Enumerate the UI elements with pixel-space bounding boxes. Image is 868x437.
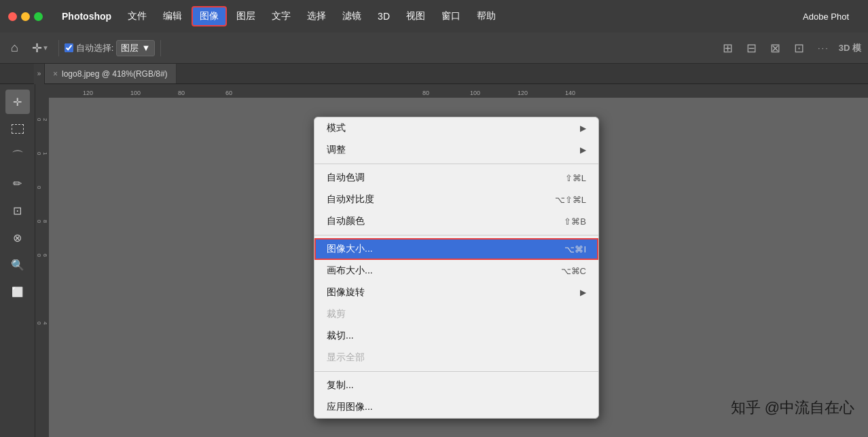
menu-text[interactable]: 文字 (265, 7, 297, 25)
menu-item-duplicate[interactable]: 复制... (314, 375, 598, 396)
align-btn-1[interactable]: ⊞ (719, 38, 737, 58)
adjust-arrow-icon: ▶ (580, 145, 586, 155)
ruler-tick-100: 100 (130, 90, 141, 96)
transform-tool[interactable]: ⊗ (5, 225, 30, 250)
canvas-size-label: 画布大小... (327, 265, 373, 277)
toolbar-divider-1 (58, 40, 59, 56)
title-area: Adobe Phot (505, 12, 860, 22)
menu-item-adjust[interactable]: 调整 ▶ (314, 139, 598, 161)
crop-tool[interactable]: ⊡ (5, 198, 30, 223)
minimize-button[interactable] (21, 12, 30, 21)
app-name: Photoshop (62, 11, 111, 22)
ruler-tick-80: 80 (178, 90, 185, 96)
menu-filter[interactable]: 滤镜 (336, 7, 368, 25)
auto-color-shortcut: ⇧⌘B (564, 216, 586, 227)
image-size-label: 图像大小... (327, 243, 373, 255)
menu-item-canvas-size[interactable]: 画布大小... ⌥⌘C (314, 260, 598, 282)
layer-select-arrow: ▼ (141, 43, 150, 53)
align-btn-4[interactable]: ⊡ (790, 38, 808, 58)
canvas-size-shortcut: ⌥⌘C (561, 266, 586, 276)
image-menu-dropdown[interactable]: 模式 ▶ 调整 ▶ 自动色调 ⇧⌘L 自动对比度 ⌥⇧⌘L 自动颜色 (314, 117, 599, 419)
ruler-tick-120r: 120 (518, 90, 528, 96)
eraser-tool[interactable]: ⬜ (5, 280, 30, 304)
mode-arrow-icon: ▶ (580, 124, 586, 133)
apply-image-label: 应用图像... (327, 401, 373, 413)
move-dropdown-icon: ▼ (42, 44, 49, 52)
menu-item-image-size[interactable]: 图像大小... ⌥⌘I (314, 238, 598, 260)
toolbar-right: ⊞ ⊟ ⊠ ⊡ ··· 3D 模 (719, 38, 861, 58)
separator-2 (314, 235, 598, 235)
auto-color-label: 自动颜色 (327, 215, 365, 227)
close-button[interactable] (8, 12, 17, 21)
align-btn-3[interactable]: ⊠ (766, 38, 784, 58)
window-controls (8, 12, 43, 21)
rotate-arrow-icon: ▶ (580, 288, 586, 297)
ruler-left: 20 10 0 80 60 40 (35, 98, 49, 437)
menu-help[interactable]: 帮助 (470, 7, 503, 25)
menu-window[interactable]: 窗口 (435, 7, 467, 25)
move-tool-icon: ✛ (13, 96, 22, 109)
3d-label: 3D 模 (839, 42, 861, 54)
menu-bar: Photoshop 文件 编辑 图像 图层 文字 选择 滤镜 3D 视图 窗口 … (0, 0, 868, 33)
separator-1 (314, 164, 598, 164)
menu-item-apply-image[interactable]: 应用图像... (314, 396, 598, 418)
auto-contrast-label: 自动对比度 (327, 193, 374, 206)
ruler-left-tick-6: 60 (36, 254, 48, 256)
crop-icon: ⊡ (13, 204, 22, 217)
move-tool-button[interactable]: ✛ ▼ (28, 38, 53, 58)
menu-item-auto-contrast[interactable]: 自动对比度 ⌥⇧⌘L (314, 189, 598, 210)
lasso-tool[interactable]: ⌒ (5, 144, 30, 168)
auto-tone-shortcut: ⇧⌘L (565, 173, 586, 183)
layer-select[interactable]: 图层 ▼ (116, 40, 155, 56)
menu-item-crop: 裁剪 (314, 303, 598, 325)
image-size-shortcut: ⌥⌘I (564, 244, 586, 254)
separator-3 (314, 371, 598, 372)
menu-image[interactable]: 图像 (192, 6, 227, 26)
eyedropper-tool[interactable]: 🔍 (5, 252, 30, 277)
collapse-panel-button[interactable]: » (34, 64, 45, 84)
menu-item-auto-color[interactable]: 自动颜色 ⇧⌘B (314, 210, 598, 232)
ruler-corner (35, 84, 49, 98)
auto-tone-label: 自动色调 (327, 172, 365, 184)
home-button[interactable]: ⌂ (7, 38, 22, 58)
image-rotate-label: 图像旋转 (327, 286, 365, 299)
menu-file[interactable]: 文件 (121, 7, 153, 25)
menu-view[interactable]: 视图 (399, 7, 432, 25)
selection-icon (12, 124, 24, 134)
layer-select-value: 图层 (121, 42, 139, 54)
menu-item-trim[interactable]: 裁切... (314, 325, 598, 347)
align-btn-2[interactable]: ⊟ (742, 38, 761, 58)
ruler-tick-120: 120 (83, 90, 93, 96)
reveal-all-label: 显示全部 (327, 352, 365, 364)
maximize-button[interactable] (34, 12, 43, 21)
move-tool[interactable]: ✛ (5, 90, 30, 114)
transform-icon: ⊗ (13, 231, 22, 244)
menu-item-reveal-all: 显示全部 (314, 347, 598, 368)
ruler-tick-140: 140 (565, 90, 575, 96)
brush-tool[interactable]: ✏ (5, 171, 30, 195)
auto-select-group: 自动选择: 图层 ▼ (65, 40, 156, 56)
ruler-left-tick-8: 80 (36, 220, 48, 223)
menu-item-auto-tone[interactable]: 自动色调 ⇧⌘L (314, 167, 598, 189)
tab-title: logo8.jpeg @ 418%(RGB/8#) (62, 69, 168, 79)
menu-layer[interactable]: 图层 (230, 7, 262, 25)
brush-icon: ✏ (13, 177, 22, 190)
menu-select[interactable]: 选择 (300, 7, 333, 25)
ruler-tick-80r: 80 (422, 90, 429, 96)
menu-item-image-rotate[interactable]: 图像旋转 ▶ (314, 282, 598, 303)
menu-3d[interactable]: 3D (371, 8, 397, 24)
watermark: 知乎 @中流自在心 (731, 398, 854, 418)
lasso-icon: ⌒ (12, 148, 24, 164)
menu-edit[interactable]: 编辑 (156, 7, 189, 25)
collapse-icon: » (37, 70, 41, 77)
more-button[interactable]: ··· (814, 40, 833, 56)
menu-item-adjust-label: 调整 (327, 144, 346, 156)
tab-close-button[interactable]: × (53, 69, 58, 79)
ruler-left-tick-1: 10 (36, 152, 48, 155)
auto-select-checkbox[interactable] (65, 43, 73, 52)
menu-item-mode[interactable]: 模式 ▶ (314, 117, 598, 139)
document-tab[interactable]: × logo8.jpeg @ 418%(RGB/8#) (45, 64, 177, 83)
selection-tool[interactable] (5, 117, 30, 141)
ruler-left-tick-2: 20 (36, 118, 48, 121)
move-icon: ✛ (32, 41, 42, 56)
